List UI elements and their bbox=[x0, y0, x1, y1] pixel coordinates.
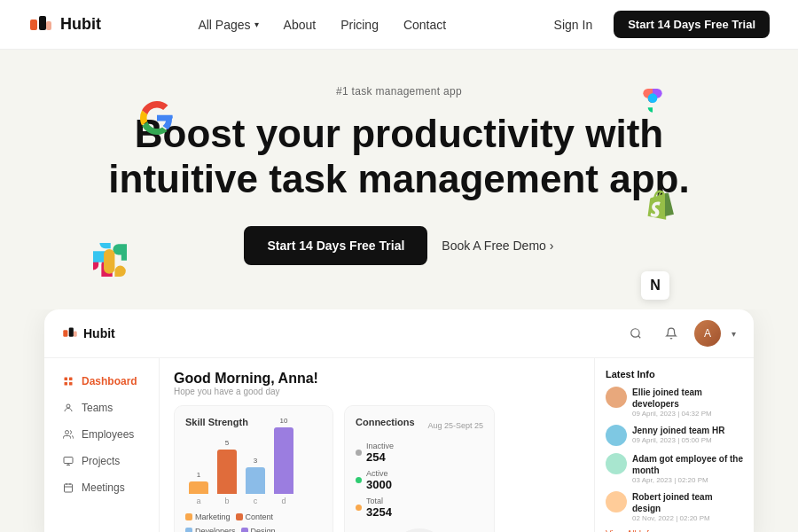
connections-title: Connections bbox=[356, 417, 415, 427]
bar-b: 5 b bbox=[217, 439, 237, 505]
svg-rect-13 bbox=[64, 458, 73, 464]
dash-body: Dashboard Teams Employees Projects bbox=[44, 358, 754, 532]
nav-pricing[interactable]: Pricing bbox=[332, 12, 387, 37]
nav-contact[interactable]: Contact bbox=[395, 12, 455, 37]
connections-header: Connections Aug 25-Sept 25 bbox=[356, 417, 483, 434]
chevron-down-icon: ▾ bbox=[254, 20, 259, 29]
svg-rect-3 bbox=[63, 330, 67, 337]
info-text: Jenny joined team HR 09 April, 2023 | 05… bbox=[632, 425, 724, 444]
legend-dot bbox=[241, 528, 248, 532]
bar-rect bbox=[189, 481, 208, 494]
svg-rect-8 bbox=[69, 378, 73, 381]
info-item: Jenny joined team HR 09 April, 2023 | 05… bbox=[606, 425, 743, 446]
chevron-down-icon[interactable]: ▾ bbox=[732, 329, 736, 339]
bar-value: 10 bbox=[280, 417, 288, 425]
dash-header: Hubit A ▾ bbox=[44, 309, 754, 358]
latest-info-panel: Latest Info Ellie joined team developers… bbox=[594, 358, 754, 532]
bar-value: 1 bbox=[197, 471, 200, 479]
dashboard-icon bbox=[62, 375, 74, 387]
meetings-icon bbox=[62, 481, 74, 494]
figma-icon bbox=[638, 89, 667, 117]
svg-rect-9 bbox=[65, 382, 68, 386]
total-dot bbox=[356, 505, 362, 511]
bar-rect bbox=[274, 427, 293, 494]
hubit-logo-icon bbox=[28, 12, 53, 37]
svg-rect-7 bbox=[65, 378, 68, 381]
bell-icon[interactable] bbox=[659, 321, 684, 346]
skill-card-title: Skill Strength bbox=[185, 417, 322, 427]
bar-value: 5 bbox=[225, 439, 229, 447]
bar-a: 1 a bbox=[189, 471, 208, 505]
info-name: Jenny joined team HR bbox=[632, 425, 724, 436]
bar-label: d bbox=[281, 497, 286, 505]
legend-item-developers: Developers bbox=[185, 527, 236, 532]
connections-card: Connections Aug 25-Sept 25 Inactive 254 bbox=[344, 405, 495, 532]
employees-icon bbox=[62, 428, 74, 441]
nav-all-pages[interactable]: All Pages ▾ bbox=[189, 12, 267, 37]
bar-label: c bbox=[254, 497, 258, 505]
info-time: 09 April, 2023 | 04:32 PM bbox=[632, 410, 743, 418]
info-name: Adam got employee of the month bbox=[632, 453, 743, 476]
search-icon[interactable] bbox=[623, 321, 648, 346]
nav-links: All Pages ▾ About Pricing Contact bbox=[189, 12, 455, 37]
legend-item-marketing: Marketing bbox=[185, 512, 231, 521]
svg-point-12 bbox=[66, 431, 69, 434]
sidebar-item-employees[interactable]: Employees bbox=[50, 422, 153, 447]
demo-button[interactable]: Book A Free Demo › bbox=[442, 239, 553, 253]
projects-icon bbox=[62, 455, 74, 467]
total-stat: Total 3254 bbox=[356, 497, 483, 519]
active-dot bbox=[356, 477, 362, 483]
bar-rect bbox=[217, 450, 237, 494]
dash-cards: Skill Strength 1 a 5 b 3 c 10 d Marketin… bbox=[174, 405, 580, 532]
bar-c: 3 c bbox=[246, 457, 265, 505]
trial-button[interactable]: Start 14 Days Free Trial bbox=[614, 11, 770, 38]
nav-logo-text: Hubit bbox=[60, 15, 101, 34]
shopify-icon bbox=[645, 190, 676, 220]
info-avatar bbox=[606, 387, 627, 408]
arrow-right-icon: › bbox=[550, 239, 554, 253]
bar-rect bbox=[246, 467, 265, 494]
nav-logo[interactable]: Hubit bbox=[28, 12, 101, 37]
nav-actions: Sign In Start 14 Days Free Trial bbox=[544, 11, 770, 38]
navbar: Hubit All Pages ▾ About Pricing Contact … bbox=[0, 0, 798, 50]
sidebar-item-teams[interactable]: Teams bbox=[50, 395, 153, 420]
signin-button[interactable]: Sign In bbox=[544, 12, 604, 37]
svg-rect-2 bbox=[46, 21, 51, 30]
info-text: Ellie joined team developers 09 April, 2… bbox=[632, 387, 743, 418]
notion-icon: N bbox=[641, 271, 669, 300]
connections-chart bbox=[388, 526, 450, 532]
hero-trial-button[interactable]: Start 14 Days Free Trial bbox=[244, 226, 427, 265]
inactive-dot bbox=[356, 450, 362, 456]
info-items: Ellie joined team developers 09 April, 2… bbox=[606, 387, 743, 529]
sidebar-item-meetings[interactable]: Meetings bbox=[50, 475, 153, 500]
dash-sidebar: Dashboard Teams Employees Projects bbox=[44, 358, 160, 532]
legend-item-design: Design bbox=[241, 527, 276, 532]
svg-point-6 bbox=[631, 329, 639, 337]
info-time: 02 Nov, 2022 | 02:20 PM bbox=[632, 514, 743, 522]
legend-dot bbox=[236, 513, 243, 520]
dash-greeting: Good Morning, Anna! bbox=[174, 371, 580, 387]
dash-logo: Hubit bbox=[62, 325, 115, 341]
info-item: Ellie joined team developers 09 April, 2… bbox=[606, 387, 743, 418]
sidebar-item-projects[interactable]: Projects bbox=[50, 449, 153, 473]
svg-rect-5 bbox=[74, 332, 77, 337]
dash-main-content: Good Morning, Anna! Hope you have a good… bbox=[160, 358, 594, 532]
dash-logo-icon bbox=[62, 325, 78, 341]
svg-point-11 bbox=[66, 404, 70, 408]
info-time: 03 Apr, 2023 | 02:20 PM bbox=[632, 476, 743, 484]
svg-rect-4 bbox=[69, 328, 74, 337]
info-name: Robert joined team design bbox=[632, 491, 743, 514]
info-item: Robert joined team design 02 Nov, 2022 |… bbox=[606, 491, 743, 522]
info-name: Ellie joined team developers bbox=[632, 387, 743, 410]
skill-strength-card: Skill Strength 1 a 5 b 3 c 10 d Marketin… bbox=[174, 405, 333, 532]
sidebar-item-dashboard[interactable]: Dashboard bbox=[50, 369, 153, 394]
active-stat: Active 3000 bbox=[356, 469, 483, 491]
nav-about[interactable]: About bbox=[275, 12, 325, 37]
dash-sub: Hope you have a good day bbox=[174, 387, 580, 396]
user-avatar[interactable]: A bbox=[694, 320, 721, 347]
svg-rect-1 bbox=[39, 16, 46, 30]
dashboard-preview: Hubit A ▾ Dashboard bbox=[44, 309, 754, 532]
legend-dot bbox=[185, 528, 192, 532]
google-icon bbox=[140, 101, 174, 135]
info-text: Robert joined team design 02 Nov, 2022 |… bbox=[632, 491, 743, 522]
